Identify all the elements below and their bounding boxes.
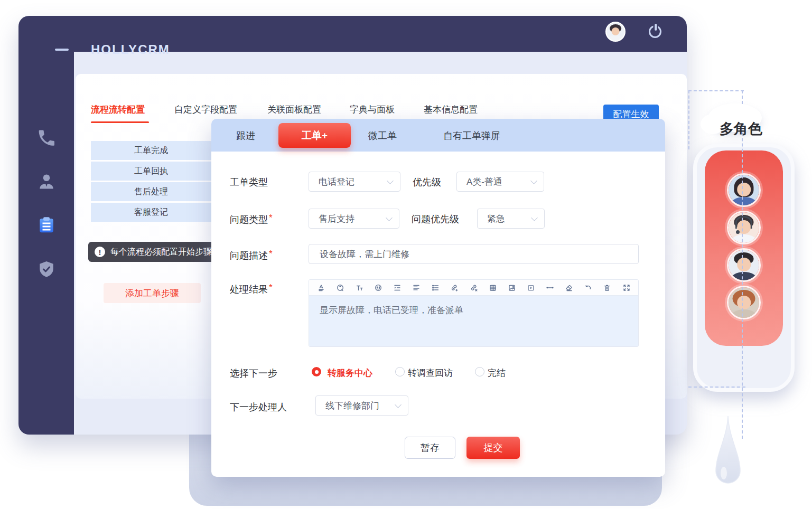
- add-step-button[interactable]: 添加工单步骤: [104, 283, 201, 303]
- role-avatar[interactable]: [727, 211, 761, 244]
- next-step-label: 选择下一步: [230, 367, 277, 380]
- required-asterisk: *: [269, 249, 273, 259]
- image-icon[interactable]: [507, 283, 516, 292]
- link-add-icon[interactable]: [450, 283, 459, 292]
- tab-linked-panel[interactable]: 关联面板配置: [267, 103, 321, 116]
- tab-dictionary[interactable]: 字典与面板: [350, 103, 395, 116]
- ticket-modal: 跟进 工单+ 微工单 自有工单弹屏 工单类型 电话登记 优先级 A类-普通 问题…: [211, 119, 665, 477]
- dashed-line: [688, 90, 744, 91]
- tab-ticket-plus[interactable]: 工单+: [278, 123, 351, 148]
- role-pill: [705, 150, 783, 346]
- radio-survey-callback[interactable]: [395, 367, 405, 376]
- contacts-icon[interactable]: [37, 172, 56, 191]
- tab-follow-up[interactable]: 跟进: [236, 129, 255, 142]
- issue-type-select[interactable]: 售后支持: [309, 209, 399, 229]
- video-icon[interactable]: [526, 283, 535, 292]
- tab-own-ticket-popup[interactable]: 自有工单弹屏: [443, 129, 500, 142]
- shield-icon[interactable]: [37, 260, 56, 279]
- eraser-icon[interactable]: [565, 283, 574, 292]
- delete-icon[interactable]: [603, 283, 612, 292]
- required-asterisk: *: [269, 213, 273, 223]
- fullscreen-icon[interactable]: [622, 283, 631, 292]
- radio-service-center[interactable]: [312, 367, 321, 376]
- priority-label: 优先级: [413, 176, 441, 188]
- dashed-line: [688, 90, 689, 149]
- submit-button[interactable]: 提交: [466, 437, 520, 459]
- align-left-icon[interactable]: [412, 283, 421, 292]
- exclamation-icon: !: [95, 247, 105, 257]
- dashed-line: [688, 387, 745, 388]
- agent-avatar-icon: [729, 175, 759, 205]
- link-remove-icon[interactable]: [469, 283, 478, 292]
- issue-priority-label: 问题优先级: [412, 213, 459, 225]
- editor-content[interactable]: 显示屏故障，电话已受理，准备派单: [309, 296, 638, 346]
- radio-service-center-label[interactable]: 转服务中心: [328, 367, 372, 379]
- phone-icon[interactable]: [37, 128, 56, 147]
- font-size-icon[interactable]: [354, 283, 363, 292]
- brand-logo: HOLLYCRM: [91, 42, 170, 57]
- result-label: 处理结果*: [230, 282, 273, 296]
- palette-icon[interactable]: [335, 283, 344, 292]
- divider-icon[interactable]: [546, 283, 555, 292]
- editor-toolbar: [309, 280, 638, 296]
- issue-priority-select[interactable]: 紧急: [477, 209, 545, 229]
- save-draft-button[interactable]: 暂存: [405, 437, 455, 459]
- undo-icon[interactable]: [584, 283, 593, 292]
- tooltip-text: 每个流程必须配置开始步骤: [110, 247, 212, 258]
- droplet-decoration: [713, 416, 743, 497]
- top-bar: HOLLYCRM: [18, 16, 687, 52]
- table-icon[interactable]: [488, 283, 497, 292]
- bullet-list-icon[interactable]: [431, 283, 440, 292]
- radio-finish-label[interactable]: 完结: [488, 367, 506, 379]
- ticket-type-label: 工单类型: [230, 176, 268, 188]
- active-tab-underline: [91, 121, 149, 123]
- headset-agent-avatar-icon: [729, 212, 759, 243]
- rich-text-editor: 显示屏故障，电话已受理，准备派单: [309, 279, 639, 347]
- power-icon[interactable]: [649, 24, 662, 38]
- manager-avatar-icon: [729, 250, 759, 280]
- next-handler-select[interactable]: 线下维修部门: [315, 395, 408, 416]
- avatar-face-icon: [606, 23, 624, 41]
- next-handler-label: 下一步处理人: [230, 401, 287, 413]
- role-avatar[interactable]: [727, 286, 761, 319]
- user-avatar[interactable]: [605, 22, 626, 42]
- required-asterisk: *: [269, 282, 273, 293]
- chevron-down-icon: [386, 214, 393, 221]
- role-avatar[interactable]: [727, 173, 761, 207]
- tab-custom-fields[interactable]: 自定义字段配置: [174, 103, 237, 116]
- chevron-down-icon: [531, 214, 538, 221]
- workorder-icon[interactable]: [37, 215, 56, 234]
- role-avatar[interactable]: [727, 248, 761, 282]
- specialist-avatar-icon: [729, 287, 759, 318]
- emoji-icon[interactable]: [374, 283, 382, 292]
- modal-tab-bar: 跟进 工单+ 微工单 自有工单弹屏: [211, 119, 665, 152]
- chevron-down-icon: [395, 401, 402, 408]
- chevron-down-icon: [530, 177, 537, 184]
- tab-micro-ticket[interactable]: 微工单: [368, 129, 397, 142]
- tab-process-flow[interactable]: 流程流转配置: [91, 103, 145, 116]
- multi-role-panel: [693, 144, 795, 392]
- radio-finish[interactable]: [475, 367, 484, 376]
- page: HOLLYCRM: [0, 0, 812, 509]
- ticket-type-select[interactable]: 电话登记: [309, 172, 400, 192]
- multi-role-caption: 多角色: [720, 119, 762, 138]
- issue-desc-input[interactable]: 设备故障，需上门维修: [309, 244, 639, 264]
- font-underline-icon[interactable]: [316, 283, 325, 292]
- radio-survey-callback-label[interactable]: 转调查回访: [408, 367, 453, 379]
- priority-select[interactable]: A类-普通: [456, 172, 544, 192]
- chevron-down-icon: [387, 177, 394, 184]
- issue-type-label: 问题类型*: [230, 213, 273, 226]
- left-rail: [18, 52, 74, 435]
- tab-basic-info[interactable]: 基本信息配置: [424, 103, 478, 116]
- issue-desc-label: 问题描述*: [230, 249, 273, 262]
- indent-icon[interactable]: [393, 283, 402, 292]
